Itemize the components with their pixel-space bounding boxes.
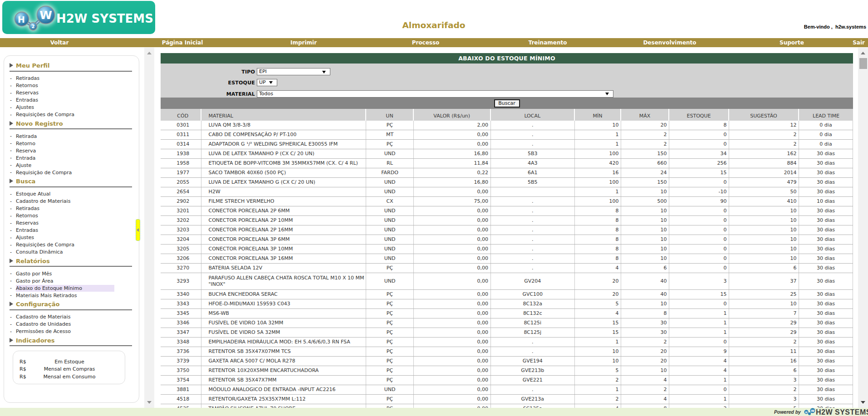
sidebar-item[interactable]: -Materiais Mais Retirados <box>4 292 139 299</box>
sidebar-item[interactable]: -Cadastro de Materiais <box>4 198 139 205</box>
nav-item-suporte[interactable]: Suporte <box>780 39 804 46</box>
table-row[interactable]: 3754RETENTOR SB 35X47X7MMPÇ0,00GVE221241… <box>161 376 853 385</box>
sidebar-item[interactable]: -Entradas <box>4 227 139 234</box>
table-row[interactable]: 4525TAMPÃO SILICONE AZUL 70 SHOREPÇ0,006… <box>161 404 853 408</box>
sidebar-item[interactable]: -Ajustes <box>4 104 139 111</box>
table-row[interactable]: 1958ETIQUETA DE BOPP-VITCOMB 3M 35MMX57M… <box>161 159 853 168</box>
sidebar-item[interactable]: -Retirada <box>4 132 139 140</box>
sidebar-item[interactable]: -Entradas <box>4 97 139 104</box>
cell-estoque: 1 <box>669 309 729 318</box>
material-select[interactable]: Todos <box>257 90 613 98</box>
sidebar-item[interactable]: -Retiradas <box>4 205 139 212</box>
cell-cod: 3881 <box>161 385 201 394</box>
cell-sugestao: 884 <box>729 159 799 168</box>
cell-leadtime: 30 dias <box>799 245 853 254</box>
table-row[interactable]: 3202CONECTOR PORCELANA 2P 10MMUND0,00.81… <box>161 216 853 225</box>
table-row[interactable]: 0314ADAPTADOR G ¹/² WELDING SPHERICAL E3… <box>161 140 853 149</box>
nav-item-desenvolvimento[interactable]: Desenvolvimento <box>643 39 696 46</box>
cell-un: PÇ <box>366 328 414 337</box>
sidebar-item[interactable]: -Retiradas <box>4 75 139 82</box>
table-row[interactable]: 3347FUSÍVEL DE VIDRO 5A 32MMPÇ0,008C125j… <box>161 328 853 338</box>
cell-leadtime: 30 dias <box>799 290 853 299</box>
cell-min: 10 <box>575 357 621 366</box>
table-row[interactable]: 4518RETENTOR/GAXETA 25X35X7MM L:112PÇ0,0… <box>161 395 853 404</box>
table-row[interactable]: 3345MS6-WBPÇ0,008C132c481730 dias <box>161 309 853 318</box>
sidebar-item[interactable]: -Ajustes <box>4 234 139 241</box>
cell-leadtime: 30 dias <box>799 168 853 177</box>
scroll-up-icon[interactable] <box>147 52 152 54</box>
sidebar-item[interactable]: -Ajuste <box>4 162 139 169</box>
table-row[interactable]: 3739GAXETA ARCA 5007 C/ MOLA R278PÇ0,00G… <box>161 357 853 366</box>
sidebar-item[interactable]: -Permissões de Acesso <box>4 328 139 335</box>
sidebar-item[interactable]: -Estoque Atual <box>4 191 139 198</box>
report-scrollbar[interactable] <box>858 48 868 408</box>
cell-un: PÇ <box>366 395 414 404</box>
table-row[interactable]: 3881MÓDULO ANALOGICO DE ENTRADA -INPUT A… <box>161 385 853 395</box>
table-row[interactable]: 3206CONECTOR PORCELANA 3P 16MMUND0,00.81… <box>161 254 853 264</box>
nav-item-imprimir[interactable]: Imprimir <box>290 39 317 46</box>
cell-valor: 0,00 <box>414 140 491 149</box>
cell-min: 8 <box>575 206 621 215</box>
estoque-select[interactable]: UP <box>257 79 277 86</box>
buscar-button[interactable]: Buscar <box>494 99 520 108</box>
sidebar-item[interactable]: -Requisições de Compra <box>4 241 139 249</box>
table-row[interactable]: 2055LUVA DE LATEX TAMANHO G (CX C/ 20 UN… <box>161 178 853 187</box>
sidebar-item[interactable]: -Requisições de Compra <box>4 111 139 118</box>
table-row[interactable]: 1938LUVA DE LATEX TAMANHO P (CX C/ 20 UN… <box>161 149 853 159</box>
section-item-list: -Cadastro de Materiais-Cadastro de Unida… <box>4 313 139 335</box>
table-row[interactable]: 1977SACO TAMBOR 40X60 (500 PÇ)FARDO0,226… <box>161 168 853 178</box>
nav-item-sair[interactable]: Sair <box>853 39 865 46</box>
sidebar-item[interactable]: -Abaixo do Estoque Mínimo <box>4 284 139 292</box>
item-label: Estoque Atual <box>16 191 50 197</box>
table-row[interactable]: 2654H2WUND0,00110-105030 dias <box>161 187 853 197</box>
cell-min: 1 <box>575 385 621 394</box>
table-row[interactable]: 3205CONECTOR PORCELANA 3P 10MMUND0,00.81… <box>161 245 853 254</box>
nav-item-voltar[interactable]: Voltar <box>50 39 69 46</box>
cell-material: LUVA DE LATEX TAMANHO P (CX C/ 20 UN) <box>201 149 367 158</box>
cell-max: 20 <box>621 357 669 366</box>
sidebar-item[interactable]: -Retornos <box>4 212 139 220</box>
footer-bar: Powered by W H H2W SYSTEMS <box>0 408 868 416</box>
sidebar-item[interactable]: -Reservas <box>4 220 139 227</box>
table-row[interactable]: 3204CONECTOR PORCELANA 3P 6MMUND0,00.810… <box>161 235 853 245</box>
scroll-down-icon[interactable] <box>147 401 152 404</box>
table-row[interactable]: 3736RETENTOR SB 35X47X07MM TCSPÇ0,00.102… <box>161 347 853 357</box>
column-header-local: LOCAL <box>491 109 575 121</box>
sidebar-item[interactable]: -Consulta Dinâmica <box>4 249 139 256</box>
nav-item-processo[interactable]: Processo <box>412 39 440 46</box>
sidebar-item[interactable]: -Requisição de Compra <box>4 169 139 176</box>
section-arrow-icon <box>10 179 13 183</box>
sidebar-item[interactable]: -Cadastro de Materiais <box>4 313 139 321</box>
table-row[interactable]: 3203CONECTOR PORCELANA 2P 16MMUND0,00.81… <box>161 225 853 235</box>
sidebar-item[interactable]: -Gasto por Mês <box>4 270 139 277</box>
sidebar-item[interactable]: -Entrada <box>4 154 139 162</box>
sidebar-collapse-handle[interactable] <box>136 219 140 241</box>
cell-min: 15 <box>575 328 621 337</box>
sidebar-scrollbar[interactable] <box>144 48 154 408</box>
sidebar-item[interactable]: -Retornos <box>4 82 139 89</box>
item-label: Retornos <box>16 212 38 219</box>
table-row[interactable]: 2902FILME STRECH VERMELHOCX75,00.1005009… <box>161 197 853 206</box>
scroll-up-icon[interactable] <box>861 52 865 54</box>
sidebar-item[interactable]: -Reservas <box>4 89 139 97</box>
cell-estoque: 0 <box>669 178 729 187</box>
table-row[interactable]: 3343HFOE-D-MIDI/MAXI 159593 C043PÇ0,008C… <box>161 299 853 309</box>
table-row[interactable]: 3346FUSÍVEL DE VIDRO 10A 32MMPÇ0,008C125… <box>161 318 853 328</box>
sidebar-item[interactable]: -Retorno <box>4 140 139 147</box>
table-row[interactable]: 3270BATERIA SELADA 12VPÇ0,00.460630 dias <box>161 264 853 273</box>
scrollbar-thumb[interactable] <box>859 58 867 69</box>
sidebar-item[interactable]: -Cadastro de Unidades <box>4 321 139 328</box>
nav-item-treinamento[interactable]: Treinamento <box>529 39 567 46</box>
table-row[interactable]: 3293PARAFUSO ALLEN CABEÇA CHATA ROSCA TO… <box>161 273 853 290</box>
table-row[interactable]: 3750RETENTOR 10X20X5MM ENCARTUCHADORAPÇ0… <box>161 366 853 376</box>
nav-item-pagina-inicial[interactable]: Página Inicial <box>162 39 203 46</box>
sidebar-item[interactable]: -Reserva <box>4 147 139 154</box>
table-row[interactable]: 0311CABO DE COMPENSAÇÃO P/ PT-100MT0,00.… <box>161 130 853 140</box>
table-row[interactable]: 0301LUVA QM 3/8-3/8PÇ2,00.10208120 dia <box>161 121 853 130</box>
table-row[interactable]: 3340BUCHA ENCHEDORA SERACPÇ0,00GVC100204… <box>161 290 853 299</box>
scroll-down-icon[interactable] <box>861 401 865 404</box>
table-row[interactable]: 3348EMPILHADEIRA HIDRÁULICA MOD: EH 5.4/… <box>161 338 853 347</box>
tipo-select[interactable]: EPI <box>257 68 330 75</box>
sidebar-item[interactable]: -Gasto por Área <box>4 277 139 284</box>
table-row[interactable]: 3201CONECTOR PORCELANA 2P 6MMUND0,00.810… <box>161 206 853 216</box>
